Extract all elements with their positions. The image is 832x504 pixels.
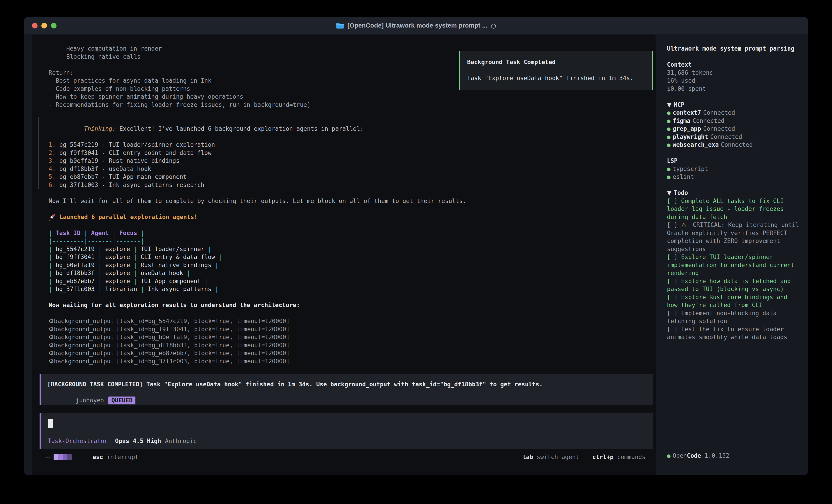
launched-line: Launched 6 parallel exploration agents!	[49, 213, 647, 221]
status-dot-icon: ●	[667, 141, 671, 148]
mcp-item: ●context7Connected	[667, 109, 808, 117]
status-bar: ⋯ esc interrupt tab switch agent ctrl+p …	[40, 452, 653, 462]
table-row: | bg_f9ff3041 | explore | CLI entry & da…	[49, 253, 647, 261]
input-agent-line: Task-Orchestrator Opus 4.5 High Anthropi…	[48, 438, 646, 444]
table-header-row: | Task ID | Agent | Focus |	[49, 229, 647, 237]
titlebar: [OpenCode] Ultrawork mode system prompt …	[24, 17, 808, 34]
gear-icon: ⚙	[49, 342, 54, 348]
brand-open: Open	[673, 452, 687, 459]
context-heading: Context	[667, 61, 808, 69]
todo-item: [ ] Explore how data is fetched and pass…	[667, 277, 799, 293]
desktop: { "window": { "title": "[OpenCode] Ultra…	[0, 0, 832, 504]
spinner-dots: ⋯	[46, 453, 50, 461]
mcp-item: ●figmaConnected	[667, 117, 808, 125]
status-dot-icon: ●	[667, 452, 671, 459]
table-row: | bg_37f1c003 | librarian | Ink async pa…	[49, 285, 647, 293]
window-title: [OpenCode] Ultrawork mode system prompt …	[336, 22, 496, 29]
gear-icon: ⚙	[49, 350, 54, 357]
close-button[interactable]	[32, 23, 37, 28]
status-dot-icon: ●	[667, 109, 671, 116]
sidebar: Ultrawork mode system prompt parsing Con…	[664, 34, 808, 341]
status-dot-icon: ●	[667, 166, 671, 172]
todo-item: [ ] Explore Rust core bindings and how t…	[667, 293, 799, 309]
todo-item: [ ] Implement non-blocking data fetching…	[667, 309, 799, 326]
lsp-item: ●eslint	[667, 173, 808, 181]
mcp-heading[interactable]: ▼MCP	[667, 101, 808, 109]
thinking-item: 1. bg_5547c219 - TUI loader/spinner expl…	[49, 141, 647, 149]
tool-call: ⚙background_output[task_id=bg_f9ff3041, …	[49, 326, 647, 334]
gear-icon: ⚙	[49, 358, 54, 365]
context-spent: $0.00 spent	[667, 85, 808, 93]
zoom-button[interactable]	[51, 23, 56, 28]
tab-key-label: switch agent	[537, 454, 579, 460]
gear-icon: ⚙	[49, 318, 54, 325]
lsp-section: LSP ●typescript ●eslint	[667, 157, 808, 181]
session-title: Ultrawork mode system prompt parsing	[667, 45, 799, 53]
input-model-name: Opus 4.5 High	[115, 438, 161, 444]
task-table: | Task ID | Agent | Focus | |---------|-…	[49, 229, 647, 293]
status-dot-icon: ●	[667, 117, 671, 124]
todo-item: [ ] Explore TUI loader/spinner implement…	[667, 253, 799, 277]
tool-call: ⚙background_output[task_id=bg_eb87ebb7, …	[49, 349, 647, 358]
text-cursor	[48, 419, 53, 428]
user-name: junhoyeo	[76, 397, 104, 404]
mcp-item: ●grep_appConnected	[667, 125, 808, 133]
ctrlp-key-label: commands	[617, 454, 646, 460]
lsp-heading: LSP	[667, 157, 808, 165]
spinner-blocks-icon	[54, 454, 72, 460]
table-row: | bg_eb87ebb7 | explore | TUI App compon…	[49, 277, 647, 285]
tab-key-hint: tab	[522, 454, 533, 460]
todo-section: ▼Todo [ ] Complete ALL tasks to fix CLI …	[667, 189, 799, 341]
status-left: ⋯ esc interrupt	[46, 453, 138, 461]
mcp-item: ●websearch_exaConnected	[667, 141, 808, 149]
thinking-intro: Excellent! I've launched 6 background ex…	[116, 125, 364, 132]
assistant-text-waiting: Now waiting for all exploration results …	[49, 301, 647, 309]
status-right: tab switch agent ctrl+p commands	[522, 454, 646, 460]
rocket-icon	[49, 214, 56, 221]
thinking-item: 2. bg_f9ff3041 - CLI entry point and dat…	[49, 149, 647, 157]
traffic-lights	[32, 17, 56, 34]
gear-icon: ⚙	[49, 334, 54, 340]
thinking-item: 5. bg_eb87ebb7 - TUI App main component	[49, 173, 647, 181]
esc-key-label: interrupt	[107, 454, 138, 460]
table-row: | bg_5547c219 | explore | TUI loader/spi…	[49, 245, 647, 253]
notification-body: Task "Explore useData hook" finished in …	[467, 74, 652, 82]
thinking-label: Thinking:	[84, 125, 116, 132]
lsp-item: ●typescript	[667, 165, 808, 173]
todo-heading[interactable]: ▼Todo	[667, 189, 799, 197]
mcp-item: ●playwrightConnected	[667, 133, 808, 141]
tool-call: ⚙background_output[task_id=bg_b0effa19, …	[49, 333, 647, 341]
thinking-block: Thinking: Excellent! I've launched 6 bac…	[38, 117, 647, 189]
context-tokens: 31,686 tokens	[667, 69, 808, 77]
prompt-input[interactable]: Task-Orchestrator Opus 4.5 High Anthropi…	[40, 413, 653, 449]
assistant-text-wait: Now I'll wait for all of them to complet…	[49, 197, 647, 205]
context-section: Context 31,686 tokens 16% used $0.00 spe…	[667, 61, 808, 93]
completed-task-meta: junhoyeoQUEUED	[47, 389, 646, 413]
input-provider-name: Anthropic	[165, 438, 197, 444]
launched-text: Launched 6 parallel exploration agents!	[59, 213, 198, 221]
input-agent-name: Task-Orchestrator	[48, 438, 108, 444]
completed-task-text: [BACKGROUND TASK COMPLETED] Task "Explor…	[47, 381, 646, 389]
folder-icon	[336, 22, 344, 29]
table-row: | bg_df18bb3f | explore | useData hook |	[49, 269, 647, 277]
status-dot-icon: ●	[667, 173, 671, 180]
completed-task-message: [BACKGROUND TASK COMPLETED] Task "Explor…	[40, 374, 653, 405]
window-title-text: [OpenCode] Ultrawork mode system prompt …	[347, 22, 488, 29]
status-dot-icon: ●	[667, 125, 671, 132]
thinking-item: 4. bg_df18bb3f - useData hook	[49, 165, 647, 173]
ctrlp-key-hint: ctrl+p	[592, 454, 614, 460]
minimize-button[interactable]	[42, 23, 47, 28]
tool-call: ⚙background_output[task_id=bg_37f1c003, …	[49, 358, 647, 366]
gear-icon: ⚙	[49, 326, 54, 333]
tool-call: ⚙background_output[task_id=bg_5547c219, …	[49, 317, 647, 326]
mcp-section: ▼MCP ●context7Connected ●figmaConnected …	[667, 101, 808, 149]
notification-title: Background Task Completed	[467, 58, 652, 66]
queued-badge: QUEUED	[108, 396, 135, 404]
version-number: 1.0.152	[701, 452, 729, 459]
app-version: ●OpenCode 1.0.152	[667, 452, 729, 459]
esc-key-hint: esc	[93, 454, 103, 460]
chevron-down-icon: ▼	[667, 190, 672, 196]
chevron-down-icon: ▼	[667, 102, 672, 108]
context-used: 16% used	[667, 77, 808, 85]
brand-code: Code	[687, 452, 701, 459]
